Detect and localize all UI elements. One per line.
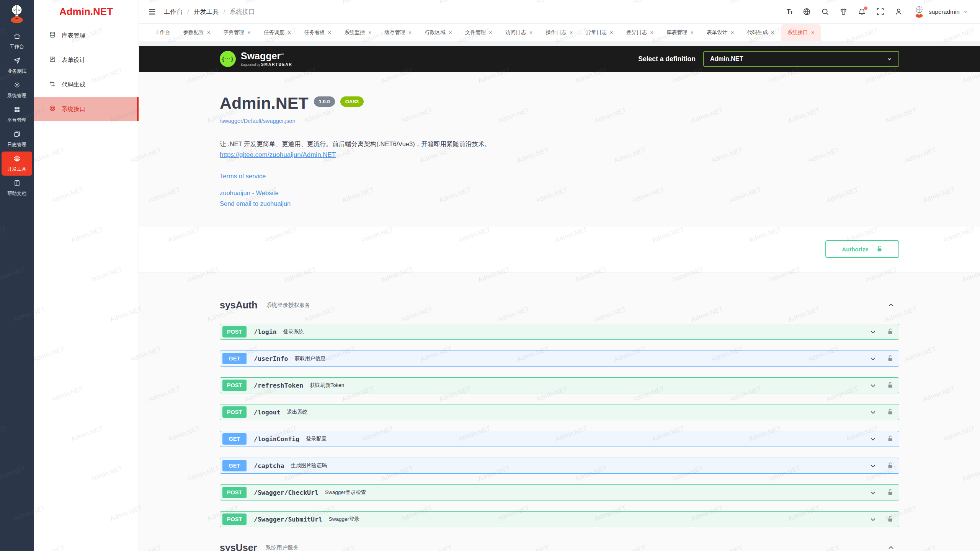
expand-endpoint-icon[interactable] (870, 463, 876, 469)
endpoint-actions (870, 489, 893, 496)
breadcrumb-item[interactable]: 开发工具 (194, 8, 219, 16)
endpoint-path: /Swagger/SubmitUrl (254, 516, 322, 523)
lock-icon[interactable] (887, 381, 893, 389)
website-link[interactable]: zuohuaijun - Website (220, 189, 899, 197)
lock-icon[interactable] (887, 515, 893, 523)
collapse-section-icon[interactable] (887, 302, 895, 309)
app-title: Admin.NET (34, 0, 139, 23)
tab-close-icon[interactable]: ✕ (529, 30, 532, 35)
tab-访问日志[interactable]: 访问日志✕ (499, 24, 539, 41)
lock-icon[interactable] (887, 489, 893, 496)
tab-操作日志[interactable]: 操作日志✕ (539, 24, 579, 41)
tab-close-icon[interactable]: ✕ (287, 30, 291, 35)
font-size-icon[interactable]: TT (787, 8, 792, 16)
tab-close-icon[interactable]: ✕ (811, 30, 815, 35)
notification-bell-icon[interactable] (858, 8, 866, 16)
tab-差异日志[interactable]: 差异日志✕ (620, 24, 660, 41)
user-menu[interactable]: superadmin (913, 6, 969, 18)
tab-任务看板[interactable]: 任务看板✕ (297, 24, 338, 41)
expand-endpoint-icon[interactable] (870, 409, 876, 416)
tab-工作台[interactable]: 工作台 (148, 24, 177, 41)
tab-close-icon[interactable]: ✕ (328, 30, 331, 35)
lock-icon[interactable] (887, 462, 893, 469)
tab-close-icon[interactable]: ✕ (408, 30, 412, 35)
endpoint-summary: 登录系统 (283, 328, 304, 335)
tab-系统监控[interactable]: 系统监控✕ (338, 24, 378, 41)
tab-close-icon[interactable]: ✕ (650, 30, 653, 35)
tab-异常日志[interactable]: 异常日志✕ (580, 24, 620, 41)
sidebar-item-业务测试[interactable]: 业务测试 (2, 54, 32, 78)
tab-文件管理[interactable]: 文件管理✕ (459, 24, 499, 41)
endpoint-row[interactable]: POST/Swagger/CheckUrlSwagger登录检查 (220, 484, 899, 500)
endpoint-row[interactable]: GET/loginConfig登录配置 (220, 431, 899, 447)
mascot-logo-icon (8, 3, 26, 24)
endpoint-row[interactable]: POST/logout退出系统 (220, 404, 899, 420)
collapse-section-icon[interactable] (887, 544, 895, 551)
definition-select[interactable]: Admin.NET (703, 51, 899, 67)
user-icon[interactable] (895, 8, 903, 16)
tab-close-icon[interactable]: ✕ (771, 30, 774, 35)
tab-close-icon[interactable]: ✕ (449, 30, 452, 35)
lock-icon[interactable] (887, 328, 893, 336)
authorize-button[interactable]: Authorize (825, 240, 899, 258)
expand-endpoint-icon[interactable] (870, 329, 876, 335)
language-icon[interactable] (803, 8, 811, 16)
email-link[interactable]: Send email to zuohuaijun (220, 200, 899, 207)
repo-link[interactable]: https://gitee.com/zuohuaijun/Admin.NET (220, 151, 336, 159)
menu-item-库表管理[interactable]: 库表管理 (34, 23, 139, 48)
collapse-menu-icon[interactable] (148, 8, 156, 16)
breadcrumb-item[interactable]: 工作台 (164, 8, 183, 16)
tab-close-icon[interactable]: ✕ (730, 30, 734, 35)
tab-库表管理[interactable]: 库表管理✕ (660, 24, 700, 41)
endpoint-path: /captcha (254, 462, 284, 469)
sidebar-item-平台管理[interactable]: 平台管理 (2, 103, 32, 127)
lock-icon[interactable] (887, 435, 893, 443)
tab-表单设计[interactable]: 表单设计✕ (700, 24, 740, 41)
unlock-icon (876, 245, 883, 253)
menu-item-表单设计[interactable]: 表单设计 (34, 48, 139, 72)
expand-endpoint-icon[interactable] (870, 489, 876, 496)
book-icon (13, 179, 21, 188)
menu-item-代码生成[interactable]: 代码生成 (34, 72, 139, 97)
endpoint-row[interactable]: POST/login登录系统 (220, 324, 899, 340)
tab-close-icon[interactable]: ✕ (368, 30, 371, 35)
tab-close-icon[interactable]: ✕ (569, 30, 573, 35)
endpoint-row[interactable]: POST/Swagger/SubmitUrlSwagger登录 (220, 511, 899, 527)
tab-close-icon[interactable]: ✕ (690, 30, 694, 35)
expand-endpoint-icon[interactable] (870, 355, 876, 362)
tab-行政区域[interactable]: 行政区域✕ (418, 24, 459, 41)
section-header[interactable]: sysAuth系统登录授权服务 (220, 295, 899, 315)
expand-endpoint-icon[interactable] (870, 516, 876, 523)
tab-close-icon[interactable]: ✕ (489, 30, 492, 35)
endpoint-row[interactable]: POST/refreshToken获取刷新Token (220, 377, 899, 393)
terms-link[interactable]: Terms of service (220, 173, 899, 180)
lock-icon[interactable] (887, 355, 893, 362)
sidebar-item-帮助文档[interactable]: 帮助文档 (2, 176, 32, 200)
theme-icon[interactable] (840, 8, 848, 16)
sidebar-item-日志管理[interactable]: 日志管理 (2, 127, 32, 151)
tab-close-icon[interactable]: ✕ (207, 30, 211, 35)
endpoint-row[interactable]: GET/userInfo获取用户信息 (220, 350, 899, 367)
section-header[interactable]: sysUser系统用户服务 (220, 538, 899, 551)
endpoint-row[interactable]: GET/captcha生成图片验证码 (220, 458, 899, 474)
sidebar-item-工作台[interactable]: 工作台 (2, 29, 32, 53)
tab-字典管理[interactable]: 字典管理✕ (217, 24, 257, 41)
fullscreen-icon[interactable] (876, 8, 884, 16)
tab-参数配置[interactable]: 参数配置✕ (177, 24, 217, 41)
tab-系统接口[interactable]: 系统接口✕ (781, 24, 821, 41)
expand-endpoint-icon[interactable] (870, 382, 876, 389)
tab-代码生成[interactable]: 代码生成✕ (741, 24, 781, 41)
swagger-brand[interactable]: {···} Swagger™ Supported by SMARTBEAR (220, 51, 292, 67)
sidebar-item-开发工具[interactable]: 开发工具 (2, 152, 32, 176)
lock-icon[interactable] (887, 408, 893, 416)
tab-close-icon[interactable]: ✕ (247, 30, 251, 35)
menu-item-系统接口[interactable]: 系统接口 (34, 97, 139, 121)
spec-url-link[interactable]: /swagger/Default/swagger.json (220, 118, 899, 124)
expand-endpoint-icon[interactable] (870, 436, 876, 442)
tab-缓存管理[interactable]: 缓存管理✕ (378, 24, 418, 41)
tab-close-icon[interactable]: ✕ (610, 30, 613, 35)
app-logo[interactable] (8, 3, 26, 23)
tab-任务调度[interactable]: 任务调度✕ (257, 24, 297, 41)
search-icon[interactable] (821, 8, 829, 16)
sidebar-item-系统管理[interactable]: 系统管理 (2, 78, 32, 102)
